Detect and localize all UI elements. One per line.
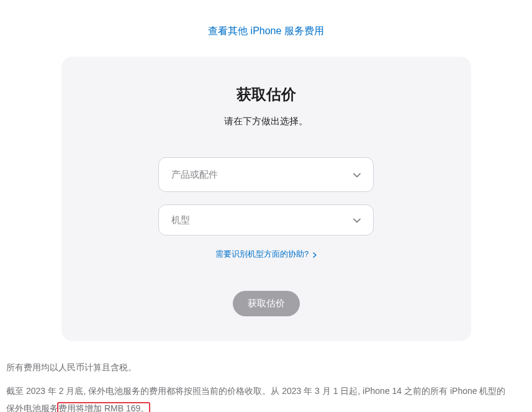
identify-model-link[interactable]: 需要识别机型方面的协助? xyxy=(215,249,317,259)
chevron-down-icon xyxy=(353,170,361,180)
footer-line2: 截至 2023 年 2 月底, 保外电池服务的费用都将按照当前的价格收取。从 2… xyxy=(6,382,509,412)
product-placeholder: 产品或配件 xyxy=(171,169,218,181)
help-link-text: 需要识别机型方面的协助? xyxy=(215,249,309,259)
product-select[interactable]: 产品或配件 xyxy=(158,157,374,192)
help-link-wrap: 需要识别机型方面的协助? xyxy=(86,248,446,260)
model-select[interactable]: 机型 xyxy=(158,204,374,236)
estimate-card: 获取估价 请在下方做出选择。 产品或配件 机型 需要识别机型方面的协助? xyxy=(61,57,471,341)
top-link-wrap: 查看其他 iPhone 服务费用 xyxy=(0,25,532,38)
card-subtitle: 请在下方做出选择。 xyxy=(86,116,446,127)
select-group: 产品或配件 机型 xyxy=(86,157,446,236)
footer-highlight: 费用将增加 RMB 169。 xyxy=(58,403,149,412)
get-estimate-button[interactable]: 获取估价 xyxy=(233,291,300,316)
other-fees-link[interactable]: 查看其他 iPhone 服务费用 xyxy=(208,25,324,36)
model-placeholder: 机型 xyxy=(171,214,190,226)
footer-text: 所有费用均以人民币计算且含税。 截至 2023 年 2 月底, 保外电池服务的费… xyxy=(0,341,515,412)
page-container: 查看其他 iPhone 服务费用 获取估价 请在下方做出选择。 产品或配件 机型… xyxy=(0,25,532,412)
chevron-right-icon xyxy=(313,250,317,258)
chevron-down-icon xyxy=(353,216,361,225)
card-title: 获取估价 xyxy=(86,85,446,104)
footer-line1: 所有费用均以人民币计算且含税。 xyxy=(6,359,509,376)
